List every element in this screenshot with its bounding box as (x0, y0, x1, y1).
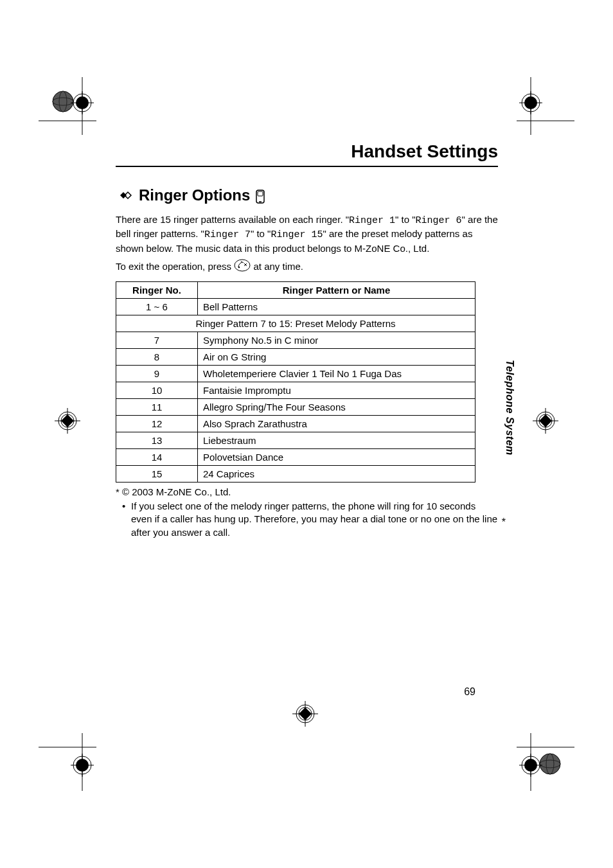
diamond-bullet-icon (116, 190, 134, 201)
table-row: 10Fantaisie Impromptu (116, 382, 475, 399)
cell-ringer-name: Also Sprach Zarathustra (198, 416, 475, 432)
table-row: 9Wholetemperiere Clavier 1 Teil No 1 Fug… (116, 366, 475, 382)
table-row: 14Polovetsian Dance (116, 449, 475, 466)
cell-ringer-name: Air on G String (198, 349, 475, 366)
table-row: 13Liebestraum (116, 432, 475, 449)
intro-text-4: " to " (251, 228, 271, 239)
page-content: Handset Settings Ringer Options There ar… (116, 141, 498, 539)
table-row: 1 ~ 6 Bell Patterns (116, 299, 475, 315)
table-row: 8Air on G String (116, 349, 475, 366)
table-row: 1524 Caprices (116, 466, 475, 483)
section-heading: Ringer Options (116, 186, 498, 204)
table-row: 7Symphony No.5 in C minor (116, 332, 475, 349)
cell-ringer-name: Allegro Spring/The Four Seasons (198, 399, 475, 416)
cell-ringer-no: 14 (116, 449, 198, 466)
col-header-no: Ringer No. (116, 282, 198, 299)
cell-ringer-no: 13 (116, 432, 198, 449)
cell-ringer-no: 1 ~ 6 (116, 299, 198, 315)
handset-icon (255, 186, 265, 204)
col-header-name: Ringer Pattern or Name (198, 282, 475, 299)
table-span-row: Ringer Pattern 7 to 15: Preset Melody Pa… (116, 315, 475, 332)
print-regmark-top-right (517, 77, 574, 135)
svg-marker-44 (120, 192, 127, 199)
header-title: Handset Settings (351, 141, 498, 161)
off-button-icon (234, 259, 251, 275)
cell-span: Ringer Pattern 7 to 15: Preset Melody Pa… (116, 315, 475, 332)
cell-ringer-no: 11 (116, 399, 198, 416)
ringer-table: Ringer No. Ringer Pattern or Name 1 ~ 6 … (116, 281, 475, 483)
cell-ringer-no: 8 (116, 349, 198, 366)
cell-ringer-no: 10 (116, 382, 198, 399)
intro-text-2: " to " (395, 214, 416, 225)
exit-text-after: at any time. (253, 260, 303, 271)
exit-instruction: To exit the operation, press at any time… (116, 259, 498, 275)
table-header-row: Ringer No. Ringer Pattern or Name (116, 282, 475, 299)
table-row: 12Also Sprach Zarathustra (116, 416, 475, 432)
section-title-text: Ringer Options (139, 186, 250, 204)
intro-mono-1: Ringer 1 (349, 215, 395, 226)
cell-ringer-no: 15 (116, 466, 198, 483)
print-regmark-mid-right (517, 405, 574, 463)
intro-mono-2: Ringer 6 (416, 215, 462, 226)
exit-text-before: To exit the operation, press (116, 260, 234, 271)
print-regmark-bottom-center (276, 698, 334, 756)
table-row: 11Allegro Spring/The Four Seasons (116, 399, 475, 416)
svg-point-50 (238, 267, 240, 268)
svg-point-49 (235, 260, 250, 271)
cell-ringer-name: Liebestraum (198, 432, 475, 449)
intro-paragraph: There are 15 ringer patterns available o… (116, 213, 498, 255)
print-regmark-bottom-right (517, 733, 574, 791)
intro-text-1: There are 15 ringer patterns available o… (116, 214, 349, 225)
table-asterisk: * (502, 517, 506, 528)
cell-ringer-name: Polovetsian Dance (198, 449, 475, 466)
cell-ringer-name: 24 Caprices (198, 466, 475, 483)
copyright-footnote: * © 2003 M-ZoNE Co., Ltd. (116, 486, 498, 497)
intro-mono-4: Ringer 15 (271, 229, 323, 240)
intro-mono-3: Ringer 7 (204, 229, 251, 240)
section-tab-label: Telephone System (500, 360, 515, 482)
print-regmark-top-left (39, 77, 96, 135)
cell-ringer-name: Fantaisie Impromptu (198, 382, 475, 399)
cell-ringer-name: Symphony No.5 in C minor (198, 332, 475, 349)
cell-ringer-no: 7 (116, 332, 198, 349)
ringer-table-wrapper: Ringer No. Ringer Pattern or Name 1 ~ 6 … (116, 281, 498, 483)
print-regmark-mid-left (39, 405, 96, 463)
page-header: Handset Settings (116, 141, 498, 167)
cell-ringer-no: 9 (116, 366, 198, 382)
page-number: 69 (116, 686, 475, 698)
cell-ringer-no: 12 (116, 416, 198, 432)
print-regmark-bottom-left (39, 733, 96, 791)
usage-note: If you select one of the melody ringer p… (116, 500, 498, 539)
cell-ringer-name: Wholetemperiere Clavier 1 Teil No 1 Fuga… (198, 366, 475, 382)
svg-rect-47 (258, 191, 263, 196)
cell-ringer-name: Bell Patterns (198, 299, 475, 315)
